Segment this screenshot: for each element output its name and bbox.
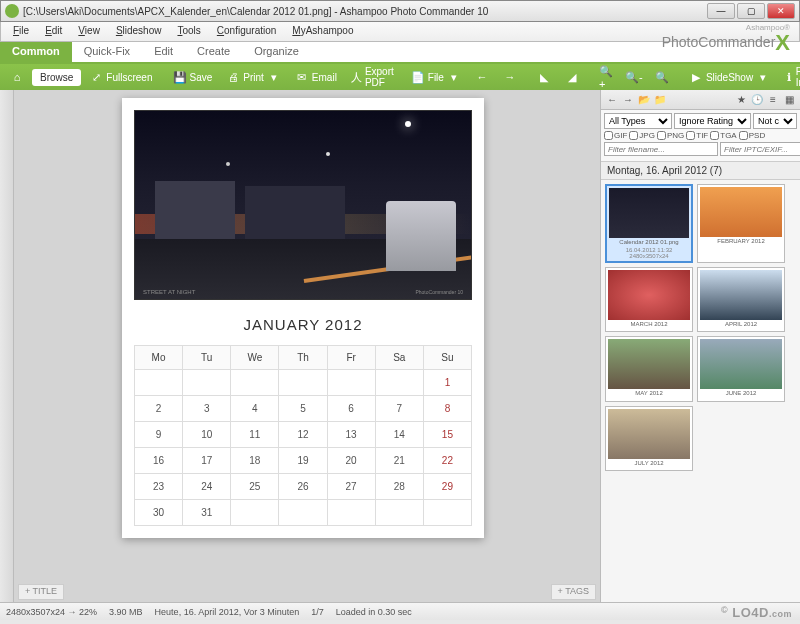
statusbar: 2480x3507x24 → 22% 3.90 MB Heute, 16. Ap… bbox=[0, 602, 800, 620]
clock-icon[interactable]: 🕒 bbox=[750, 93, 764, 107]
format-tga[interactable]: TGA bbox=[710, 131, 736, 140]
rotate-left-button[interactable]: ◣ bbox=[531, 68, 557, 86]
prev-button[interactable]: ← bbox=[469, 68, 495, 86]
rotate-right-icon: ◢ bbox=[565, 70, 579, 84]
format-tif[interactable]: TIF bbox=[686, 131, 708, 140]
zoom-fit-button[interactable]: 🔍 bbox=[649, 68, 675, 86]
arrow-left-icon: ← bbox=[475, 70, 489, 84]
menu-tools[interactable]: Tools bbox=[169, 22, 208, 41]
format-gif[interactable]: GIF bbox=[604, 131, 627, 140]
tab-edit[interactable]: Edit bbox=[142, 42, 185, 62]
view-icon[interactable]: ▦ bbox=[782, 93, 796, 107]
status-loaded: Loaded in 0.30 sec bbox=[336, 607, 412, 617]
home-button[interactable]: ⌂ bbox=[4, 68, 30, 86]
thumbnail[interactable]: APRIL 2012 bbox=[697, 267, 785, 332]
mail-icon: ✉ bbox=[295, 70, 309, 84]
fullscreen-button[interactable]: ⤢Fullscreen bbox=[83, 68, 158, 86]
watermark: © LO4D.com bbox=[721, 605, 792, 620]
day-cell: 22 bbox=[423, 448, 471, 474]
minimize-button[interactable]: — bbox=[707, 3, 735, 19]
day-header: We bbox=[231, 346, 279, 370]
fwd-icon[interactable]: → bbox=[621, 93, 635, 107]
slideshow-button[interactable]: ▶SlideShow▾ bbox=[683, 68, 776, 86]
fileinfo-button[interactable]: ℹFile Info bbox=[778, 64, 800, 90]
email-button[interactable]: ✉Email bbox=[289, 68, 343, 86]
format-psd[interactable]: PSD bbox=[739, 131, 765, 140]
close-button[interactable]: ✕ bbox=[767, 3, 795, 19]
filter-filename[interactable] bbox=[604, 142, 718, 156]
day-header: Mo bbox=[135, 346, 183, 370]
notc-select[interactable]: Not c bbox=[753, 113, 797, 129]
browse-button[interactable]: Browse bbox=[32, 69, 81, 86]
title-button[interactable]: + TITLE bbox=[18, 584, 64, 600]
tab-quickfix[interactable]: Quick-Fix bbox=[72, 42, 142, 62]
right-panel: ← → 📂 📁 ★ 🕒 ≡ ▦ All Types Ignore Rating … bbox=[600, 90, 800, 602]
tags-button[interactable]: + TAGS bbox=[551, 584, 596, 600]
canvas[interactable]: STREET AT NIGHT PhotoCommander 10 JANUAR… bbox=[14, 90, 600, 602]
day-cell: 15 bbox=[423, 422, 471, 448]
thumbnail[interactable]: MARCH 2012 bbox=[605, 267, 693, 332]
status-size: 3.90 MB bbox=[109, 607, 143, 617]
day-cell: 11 bbox=[231, 422, 279, 448]
canvas-footer: + TITLE + TAGS bbox=[18, 584, 596, 600]
day-cell bbox=[423, 500, 471, 526]
menu-slideshow[interactable]: Slideshow bbox=[108, 22, 170, 41]
thumbnail[interactable]: JULY 2012 bbox=[605, 406, 693, 471]
left-gutter[interactable] bbox=[0, 90, 14, 602]
titlebar: [C:\Users\Aki\Documents\APCX_Kalender_en… bbox=[0, 0, 800, 22]
day-cell: 10 bbox=[183, 422, 231, 448]
file-icon: 📄 bbox=[411, 70, 425, 84]
pdf-icon: 人 bbox=[351, 70, 362, 84]
menu-configuration[interactable]: Configuration bbox=[209, 22, 285, 41]
month-title: JANUARY 2012 bbox=[134, 300, 472, 345]
next-button[interactable]: → bbox=[497, 68, 523, 86]
day-cell: 21 bbox=[375, 448, 423, 474]
save-button[interactable]: 💾Save bbox=[167, 68, 219, 86]
day-cell: 24 bbox=[183, 474, 231, 500]
star-icon[interactable]: ★ bbox=[734, 93, 748, 107]
day-cell: 26 bbox=[279, 474, 327, 500]
type-select[interactable]: All Types bbox=[604, 113, 672, 129]
day-cell bbox=[183, 370, 231, 396]
menu-edit[interactable]: Edit bbox=[37, 22, 70, 41]
thumbnail[interactable]: MAY 2012 bbox=[605, 336, 693, 401]
print-button[interactable]: 🖨Print▾ bbox=[220, 68, 287, 86]
maximize-button[interactable]: ▢ bbox=[737, 3, 765, 19]
calendar-grid: MoTuWeThFrSaSu 1234567891011121314151617… bbox=[134, 345, 472, 526]
tab-create[interactable]: Create bbox=[185, 42, 242, 62]
zoom-out-button[interactable]: 🔍- bbox=[621, 68, 647, 86]
filter-icon[interactable]: ≡ bbox=[766, 93, 780, 107]
filter-iptc[interactable] bbox=[720, 142, 800, 156]
day-cell: 23 bbox=[135, 474, 183, 500]
menu-file[interactable]: File bbox=[5, 22, 37, 41]
panel-filters: All Types Ignore Rating Not c GIFJPGPNGT… bbox=[601, 110, 800, 162]
day-cell: 6 bbox=[327, 396, 375, 422]
format-jpg[interactable]: JPG bbox=[629, 131, 655, 140]
thumbnail-grid[interactable]: Calendar 2012 01.png16.04.2012 11:322480… bbox=[601, 180, 800, 602]
back-icon[interactable]: ← bbox=[605, 93, 619, 107]
day-cell: 19 bbox=[279, 448, 327, 474]
rotate-right-button[interactable]: ◢ bbox=[559, 68, 585, 86]
export-pdf-button[interactable]: 人Export PDF bbox=[345, 64, 403, 90]
zoom-in-button[interactable]: 🔍+ bbox=[593, 68, 619, 86]
tab-common[interactable]: Common bbox=[0, 42, 72, 62]
status-page: 1/7 bbox=[311, 607, 324, 617]
thumbnail[interactable]: FEBRUARY 2012 bbox=[697, 184, 785, 263]
menu-myashampoo[interactable]: MyAshampoo bbox=[284, 22, 361, 41]
format-png[interactable]: PNG bbox=[657, 131, 684, 140]
thumbnail[interactable]: JUNE 2012 bbox=[697, 336, 785, 401]
file-menu-button[interactable]: 📄File▾ bbox=[405, 68, 467, 86]
day-cell: 29 bbox=[423, 474, 471, 500]
day-header: Tu bbox=[183, 346, 231, 370]
day-cell: 30 bbox=[135, 500, 183, 526]
day-cell bbox=[279, 500, 327, 526]
rating-select[interactable]: Ignore Rating bbox=[674, 113, 751, 129]
thumbnail[interactable]: Calendar 2012 01.png16.04.2012 11:322480… bbox=[605, 184, 693, 263]
folder-open-icon[interactable]: 📂 bbox=[637, 93, 651, 107]
menu-view[interactable]: View bbox=[70, 22, 108, 41]
day-cell: 12 bbox=[279, 422, 327, 448]
tab-organize[interactable]: Organize bbox=[242, 42, 311, 62]
folder-tree-icon[interactable]: 📁 bbox=[653, 93, 667, 107]
panel-toolbar: ← → 📂 📁 ★ 🕒 ≡ ▦ bbox=[601, 90, 800, 110]
calendar-document: STREET AT NIGHT PhotoCommander 10 JANUAR… bbox=[122, 98, 484, 538]
